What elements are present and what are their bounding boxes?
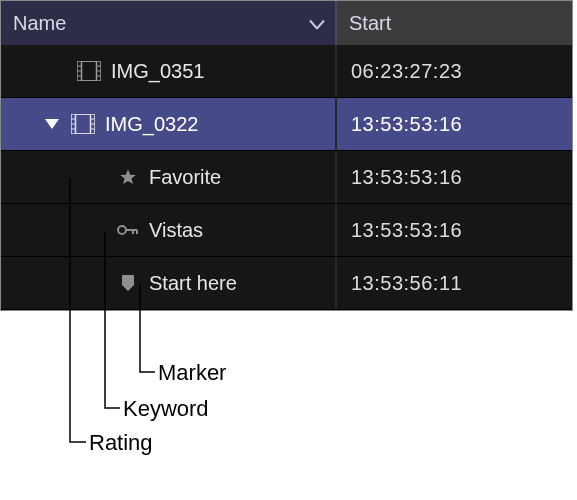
cell-name: Vistas [1,204,337,256]
keyword-label: Vistas [149,219,203,242]
table-row[interactable]: Vistas 13:53:53:16 [1,204,572,257]
sort-chevron-icon [309,12,325,35]
cell-start: 06:23:27:23 [337,60,572,83]
table-row[interactable]: Favorite 13:53:53:16 [1,151,572,204]
callout-marker: Marker [158,360,226,386]
table-row[interactable]: IMG_0322 13:53:53:16 [1,98,572,151]
table-row[interactable]: Start here 13:53:56:11 [1,257,572,310]
key-icon [117,224,139,236]
film-icon [71,114,95,134]
cell-start: 13:53:53:16 [337,113,572,136]
clip-name-label: IMG_0322 [105,113,198,136]
film-icon [77,61,101,81]
svg-rect-9 [76,114,91,134]
column-header-start[interactable]: Start [337,1,572,45]
cell-name: Start here [1,257,337,309]
callout-keyword: Keyword [123,396,209,422]
callout-rating: Rating [89,430,153,456]
table-row[interactable]: IMG_0351 06:23:27:23 [1,45,572,98]
svg-point-16 [118,226,126,234]
cell-name: IMG_0322 [1,98,337,150]
clip-list-table: Name Start IMG_0351 06:23:27:23 IMG_ [0,0,573,311]
cell-name: IMG_0351 [1,45,337,97]
star-icon [117,168,139,186]
marker-icon [117,274,139,292]
marker-label: Start here [149,272,237,295]
cell-name: Favorite [1,151,337,203]
disclosure-triangle-icon[interactable] [39,118,65,130]
cell-start: 13:53:53:16 [337,166,572,189]
svg-rect-1 [82,61,97,81]
table-header: Name Start [1,1,572,45]
column-header-name[interactable]: Name [1,1,337,45]
rating-label: Favorite [149,166,221,189]
column-header-start-label: Start [349,12,391,35]
cell-start: 13:53:56:11 [337,272,572,295]
clip-name-label: IMG_0351 [111,60,204,83]
column-header-name-label: Name [13,12,66,35]
cell-start: 13:53:53:16 [337,219,572,242]
